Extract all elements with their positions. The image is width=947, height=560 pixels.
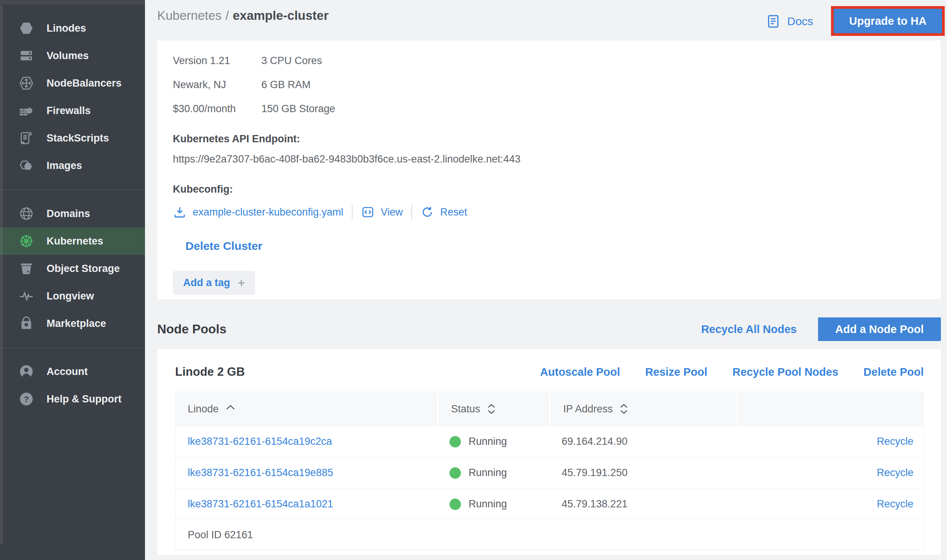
- node-pools-header: Node Pools Recycle All Nodes Add a Node …: [157, 317, 941, 341]
- delete-pool-button[interactable]: Delete Pool: [863, 366, 924, 378]
- sidebar-item-label: StackScripts: [47, 132, 109, 144]
- column-header-actions: [736, 392, 923, 426]
- pool-head: Linode 2 GB Autoscale Pool Resize Pool R…: [175, 365, 924, 379]
- nodebalancers-icon: [18, 74, 35, 92]
- sidebar-item-firewalls[interactable]: Firewalls: [0, 97, 145, 124]
- upgrade-to-ha-button[interactable]: Upgrade to HA: [834, 9, 942, 33]
- add-tag-label: Add a tag: [183, 277, 230, 289]
- add-tag-button[interactable]: Add a tag +: [173, 271, 255, 295]
- recycle-node-button[interactable]: Recycle: [877, 498, 913, 510]
- cluster-ram: 6 GB RAM: [261, 79, 924, 91]
- account-icon: [18, 363, 35, 380]
- sidebar-item-domains[interactable]: Domains: [0, 200, 145, 227]
- annotation-highlight: Upgrade to HA: [831, 6, 945, 36]
- sidebar-item-object-storage[interactable]: Object Storage: [0, 255, 145, 282]
- node-ip: 69.164.214.90: [549, 436, 736, 447]
- node-status: Running: [437, 467, 549, 479]
- status-running-dot: [449, 499, 461, 510]
- sidebar-item-marketplace[interactable]: Marketplace: [0, 310, 145, 337]
- object-storage-icon: [18, 260, 35, 277]
- node-status: Running: [437, 498, 549, 510]
- longview-icon: [18, 287, 35, 305]
- sidebar-item-label: Marketplace: [47, 318, 106, 330]
- firewalls-icon: [18, 102, 35, 119]
- images-icon: [18, 157, 35, 174]
- sort-both-icon: [620, 404, 628, 414]
- sidebar-divider: [0, 189, 145, 190]
- linodes-icon: [18, 19, 35, 37]
- kubeconfig-row: example-cluster-kubeconfig.yaml View Res…: [173, 204, 924, 220]
- pool-id: Pool ID 62161: [188, 529, 253, 541]
- stackscripts-icon: [18, 129, 35, 147]
- download-icon: [173, 205, 187, 219]
- volumes-icon: [18, 47, 35, 64]
- sidebar-item-label: Firewalls: [47, 105, 91, 117]
- sidebar-scrollbar[interactable]: [0, 5, 3, 544]
- table-row: lke38731-62161-6154ca1a1021 Running 45.7…: [176, 488, 923, 520]
- sidebar-item-images[interactable]: Images: [0, 152, 145, 179]
- cluster-cpu: 3 CPU Cores: [261, 55, 924, 67]
- node-status: Running: [437, 436, 549, 447]
- node-pool-card: Linode 2 GB Autoscale Pool Resize Pool R…: [157, 349, 941, 555]
- column-header-ip-address[interactable]: IP Address: [549, 392, 736, 426]
- sidebar-item-stackscripts[interactable]: StackScripts: [0, 124, 145, 152]
- docs-icon: [766, 14, 781, 29]
- resize-pool-button[interactable]: Resize Pool: [645, 366, 707, 378]
- table-row: lke38731-62161-6154ca19e885 Running 45.7…: [176, 457, 923, 488]
- sidebar-item-linodes[interactable]: Linodes: [0, 14, 145, 42]
- api-endpoint-url: https://9e2a7307-b6ac-408f-ba62-9483b0b3…: [173, 153, 924, 165]
- sidebar-divider: [0, 347, 145, 348]
- column-header-status[interactable]: Status: [437, 392, 549, 426]
- status-running-dot: [449, 436, 461, 447]
- sidebar-item-label: Linodes: [47, 23, 86, 34]
- pool-name: Linode 2 GB: [175, 365, 245, 379]
- breadcrumb: Kubernetes/example-cluster: [157, 8, 329, 23]
- recycle-all-nodes-button[interactable]: Recycle All Nodes: [701, 323, 797, 336]
- delete-cluster-button[interactable]: Delete Cluster: [185, 240, 263, 253]
- view-code-icon: [361, 205, 375, 219]
- sidebar-item-help-support[interactable]: ? Help & Support: [0, 385, 145, 413]
- node-pools-title: Node Pools: [157, 322, 227, 336]
- node-ip: 45.79.191.250: [549, 467, 736, 479]
- sidebar-item-volumes[interactable]: Volumes: [0, 42, 145, 69]
- sidebar: Linodes Volumes NodeBalancers Firewalls: [0, 0, 145, 560]
- node-link[interactable]: lke38731-62161-6154ca19e885: [176, 467, 437, 479]
- sidebar-item-longview[interactable]: Longview: [0, 282, 145, 310]
- kubeconfig-view-link[interactable]: View: [361, 205, 403, 219]
- kubeconfig-filename: example-cluster-kubeconfig.yaml: [193, 206, 343, 218]
- breadcrumb-cluster-name: example-cluster: [233, 8, 329, 23]
- column-header-linode[interactable]: Linode: [176, 392, 437, 426]
- breadcrumb-section-link[interactable]: Kubernetes: [157, 8, 222, 23]
- sidebar-item-label: Longview: [47, 290, 94, 302]
- sidebar-item-label: NodeBalancers: [47, 77, 122, 89]
- domains-icon: [18, 205, 35, 222]
- sort-ascending-icon: [225, 405, 235, 410]
- kubernetes-icon: [18, 232, 35, 250]
- status-running-dot: [449, 467, 461, 479]
- sidebar-item-label: Images: [47, 160, 82, 172]
- node-link[interactable]: lke38731-62161-6154ca19c2ca: [176, 436, 437, 447]
- kubeconfig-download-link[interactable]: example-cluster-kubeconfig.yaml: [173, 205, 343, 219]
- nodes-table: Linode Status IP Address: [175, 392, 924, 550]
- cluster-summary-card: Version 1.21 3 CPU Cores Newark, NJ 6 GB…: [157, 40, 941, 299]
- svg-text:?: ?: [24, 394, 29, 404]
- add-node-pool-button[interactable]: Add a Node Pool: [818, 317, 941, 341]
- cluster-version: Version 1.21: [173, 55, 261, 67]
- recycle-pool-nodes-button[interactable]: Recycle Pool Nodes: [733, 366, 838, 378]
- recycle-node-button[interactable]: Recycle: [877, 467, 913, 479]
- sidebar-top-band: [0, 0, 145, 5]
- docs-link[interactable]: Docs: [766, 14, 813, 29]
- cluster-price: $30.00/month: [173, 103, 261, 115]
- sidebar-item-account[interactable]: Account: [0, 358, 145, 385]
- kubeconfig-reset-link[interactable]: Reset: [420, 205, 467, 219]
- sidebar-item-nodebalancers[interactable]: NodeBalancers: [0, 69, 145, 97]
- vertical-divider: [352, 204, 353, 220]
- recycle-node-button[interactable]: Recycle: [877, 436, 913, 447]
- node-ip: 45.79.138.221: [549, 498, 736, 510]
- view-label: View: [381, 206, 403, 218]
- node-link[interactable]: lke38731-62161-6154ca1a1021: [176, 498, 437, 510]
- sidebar-item-label: Domains: [47, 208, 90, 220]
- autoscale-pool-button[interactable]: Autoscale Pool: [540, 366, 620, 378]
- sidebar-item-kubernetes[interactable]: Kubernetes: [0, 227, 145, 255]
- vertical-divider: [411, 204, 412, 220]
